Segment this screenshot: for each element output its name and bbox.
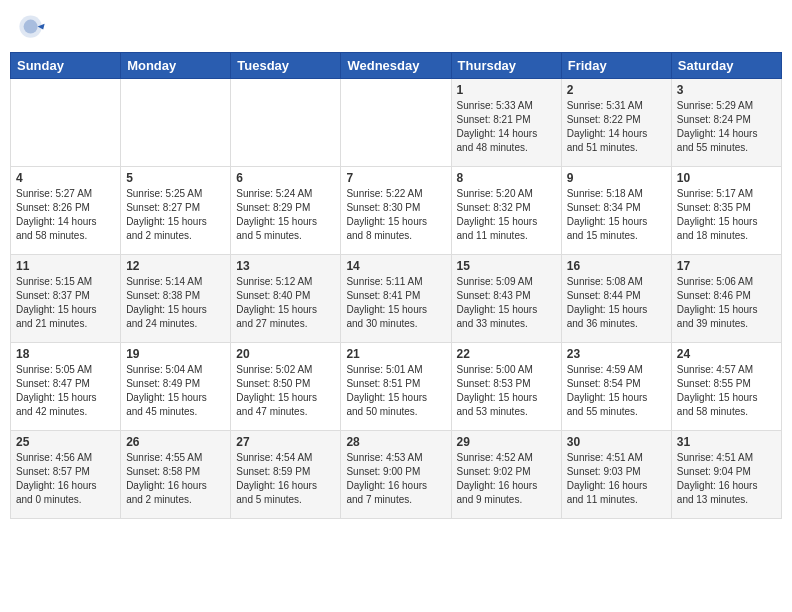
- calendar-header-row: SundayMondayTuesdayWednesdayThursdayFrid…: [11, 53, 782, 79]
- day-info: Sunrise: 5:05 AMSunset: 8:47 PMDaylight:…: [16, 363, 115, 419]
- day-number: 31: [677, 435, 776, 449]
- calendar-cell: 19Sunrise: 5:04 AMSunset: 8:49 PMDayligh…: [121, 343, 231, 431]
- day-info: Sunrise: 5:09 AMSunset: 8:43 PMDaylight:…: [457, 275, 556, 331]
- day-number: 6: [236, 171, 335, 185]
- calendar-cell: 28Sunrise: 4:53 AMSunset: 9:00 PMDayligh…: [341, 431, 451, 519]
- day-info: Sunrise: 5:17 AMSunset: 8:35 PMDaylight:…: [677, 187, 776, 243]
- calendar-cell: 22Sunrise: 5:00 AMSunset: 8:53 PMDayligh…: [451, 343, 561, 431]
- calendar-cell: 25Sunrise: 4:56 AMSunset: 8:57 PMDayligh…: [11, 431, 121, 519]
- day-info: Sunrise: 4:53 AMSunset: 9:00 PMDaylight:…: [346, 451, 445, 507]
- calendar-cell: 31Sunrise: 4:51 AMSunset: 9:04 PMDayligh…: [671, 431, 781, 519]
- page-header: [10, 10, 782, 46]
- day-info: Sunrise: 4:51 AMSunset: 9:03 PMDaylight:…: [567, 451, 666, 507]
- calendar-cell: 11Sunrise: 5:15 AMSunset: 8:37 PMDayligh…: [11, 255, 121, 343]
- day-number: 21: [346, 347, 445, 361]
- day-header-friday: Friday: [561, 53, 671, 79]
- day-info: Sunrise: 5:11 AMSunset: 8:41 PMDaylight:…: [346, 275, 445, 331]
- calendar-cell: 9Sunrise: 5:18 AMSunset: 8:34 PMDaylight…: [561, 167, 671, 255]
- calendar-cell: 24Sunrise: 4:57 AMSunset: 8:55 PMDayligh…: [671, 343, 781, 431]
- day-number: 2: [567, 83, 666, 97]
- day-header-monday: Monday: [121, 53, 231, 79]
- calendar-cell: 17Sunrise: 5:06 AMSunset: 8:46 PMDayligh…: [671, 255, 781, 343]
- day-info: Sunrise: 5:18 AMSunset: 8:34 PMDaylight:…: [567, 187, 666, 243]
- day-info: Sunrise: 5:04 AMSunset: 8:49 PMDaylight:…: [126, 363, 225, 419]
- calendar-week-row: 25Sunrise: 4:56 AMSunset: 8:57 PMDayligh…: [11, 431, 782, 519]
- calendar-cell: [121, 79, 231, 167]
- calendar-cell: 1Sunrise: 5:33 AMSunset: 8:21 PMDaylight…: [451, 79, 561, 167]
- day-number: 8: [457, 171, 556, 185]
- calendar-cell: [341, 79, 451, 167]
- calendar-cell: 5Sunrise: 5:25 AMSunset: 8:27 PMDaylight…: [121, 167, 231, 255]
- day-info: Sunrise: 5:06 AMSunset: 8:46 PMDaylight:…: [677, 275, 776, 331]
- svg-point-1: [24, 20, 38, 34]
- day-number: 3: [677, 83, 776, 97]
- day-number: 4: [16, 171, 115, 185]
- calendar-cell: 18Sunrise: 5:05 AMSunset: 8:47 PMDayligh…: [11, 343, 121, 431]
- calendar-cell: 29Sunrise: 4:52 AMSunset: 9:02 PMDayligh…: [451, 431, 561, 519]
- day-info: Sunrise: 5:24 AMSunset: 8:29 PMDaylight:…: [236, 187, 335, 243]
- day-info: Sunrise: 5:29 AMSunset: 8:24 PMDaylight:…: [677, 99, 776, 155]
- calendar-cell: 7Sunrise: 5:22 AMSunset: 8:30 PMDaylight…: [341, 167, 451, 255]
- day-info: Sunrise: 5:33 AMSunset: 8:21 PMDaylight:…: [457, 99, 556, 155]
- calendar-cell: 23Sunrise: 4:59 AMSunset: 8:54 PMDayligh…: [561, 343, 671, 431]
- calendar-cell: 15Sunrise: 5:09 AMSunset: 8:43 PMDayligh…: [451, 255, 561, 343]
- calendar-week-row: 11Sunrise: 5:15 AMSunset: 8:37 PMDayligh…: [11, 255, 782, 343]
- day-header-thursday: Thursday: [451, 53, 561, 79]
- day-info: Sunrise: 4:52 AMSunset: 9:02 PMDaylight:…: [457, 451, 556, 507]
- day-number: 7: [346, 171, 445, 185]
- day-number: 18: [16, 347, 115, 361]
- day-number: 23: [567, 347, 666, 361]
- day-number: 14: [346, 259, 445, 273]
- calendar-cell: 21Sunrise: 5:01 AMSunset: 8:51 PMDayligh…: [341, 343, 451, 431]
- calendar-cell: 13Sunrise: 5:12 AMSunset: 8:40 PMDayligh…: [231, 255, 341, 343]
- day-number: 19: [126, 347, 225, 361]
- day-header-wednesday: Wednesday: [341, 53, 451, 79]
- day-number: 30: [567, 435, 666, 449]
- day-info: Sunrise: 5:25 AMSunset: 8:27 PMDaylight:…: [126, 187, 225, 243]
- logo-icon: [18, 14, 46, 42]
- day-number: 10: [677, 171, 776, 185]
- day-info: Sunrise: 5:01 AMSunset: 8:51 PMDaylight:…: [346, 363, 445, 419]
- day-info: Sunrise: 5:31 AMSunset: 8:22 PMDaylight:…: [567, 99, 666, 155]
- day-info: Sunrise: 4:54 AMSunset: 8:59 PMDaylight:…: [236, 451, 335, 507]
- calendar-cell: 26Sunrise: 4:55 AMSunset: 8:58 PMDayligh…: [121, 431, 231, 519]
- calendar-cell: 10Sunrise: 5:17 AMSunset: 8:35 PMDayligh…: [671, 167, 781, 255]
- calendar-table: SundayMondayTuesdayWednesdayThursdayFrid…: [10, 52, 782, 519]
- calendar-cell: 30Sunrise: 4:51 AMSunset: 9:03 PMDayligh…: [561, 431, 671, 519]
- day-header-sunday: Sunday: [11, 53, 121, 79]
- calendar-cell: [11, 79, 121, 167]
- day-header-tuesday: Tuesday: [231, 53, 341, 79]
- day-info: Sunrise: 4:55 AMSunset: 8:58 PMDaylight:…: [126, 451, 225, 507]
- day-info: Sunrise: 5:02 AMSunset: 8:50 PMDaylight:…: [236, 363, 335, 419]
- calendar-week-row: 18Sunrise: 5:05 AMSunset: 8:47 PMDayligh…: [11, 343, 782, 431]
- calendar-cell: 20Sunrise: 5:02 AMSunset: 8:50 PMDayligh…: [231, 343, 341, 431]
- day-number: 28: [346, 435, 445, 449]
- day-info: Sunrise: 5:08 AMSunset: 8:44 PMDaylight:…: [567, 275, 666, 331]
- day-number: 17: [677, 259, 776, 273]
- day-number: 22: [457, 347, 556, 361]
- logo: [18, 14, 50, 42]
- day-number: 24: [677, 347, 776, 361]
- calendar-cell: 16Sunrise: 5:08 AMSunset: 8:44 PMDayligh…: [561, 255, 671, 343]
- calendar-cell: 6Sunrise: 5:24 AMSunset: 8:29 PMDaylight…: [231, 167, 341, 255]
- calendar-cell: 12Sunrise: 5:14 AMSunset: 8:38 PMDayligh…: [121, 255, 231, 343]
- day-info: Sunrise: 4:51 AMSunset: 9:04 PMDaylight:…: [677, 451, 776, 507]
- day-number: 9: [567, 171, 666, 185]
- calendar-cell: [231, 79, 341, 167]
- day-info: Sunrise: 4:59 AMSunset: 8:54 PMDaylight:…: [567, 363, 666, 419]
- day-number: 15: [457, 259, 556, 273]
- day-info: Sunrise: 5:00 AMSunset: 8:53 PMDaylight:…: [457, 363, 556, 419]
- day-number: 26: [126, 435, 225, 449]
- calendar-cell: 3Sunrise: 5:29 AMSunset: 8:24 PMDaylight…: [671, 79, 781, 167]
- day-number: 25: [16, 435, 115, 449]
- day-info: Sunrise: 5:22 AMSunset: 8:30 PMDaylight:…: [346, 187, 445, 243]
- day-info: Sunrise: 5:20 AMSunset: 8:32 PMDaylight:…: [457, 187, 556, 243]
- day-number: 29: [457, 435, 556, 449]
- day-info: Sunrise: 5:27 AMSunset: 8:26 PMDaylight:…: [16, 187, 115, 243]
- day-number: 1: [457, 83, 556, 97]
- day-info: Sunrise: 5:12 AMSunset: 8:40 PMDaylight:…: [236, 275, 335, 331]
- day-number: 20: [236, 347, 335, 361]
- day-number: 27: [236, 435, 335, 449]
- day-info: Sunrise: 5:14 AMSunset: 8:38 PMDaylight:…: [126, 275, 225, 331]
- day-header-saturday: Saturday: [671, 53, 781, 79]
